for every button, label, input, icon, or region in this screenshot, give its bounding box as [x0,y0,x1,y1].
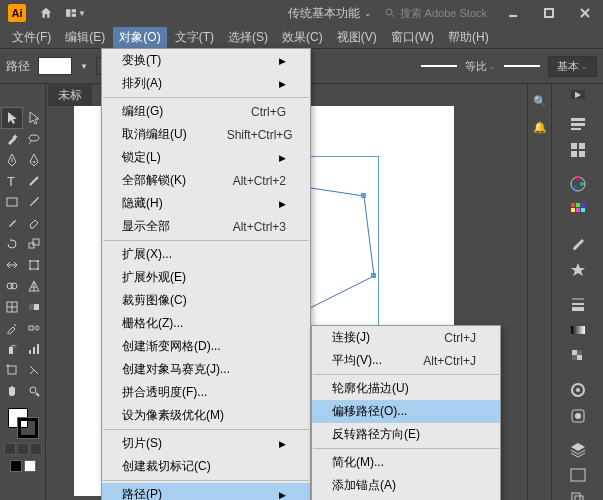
menu-view[interactable]: 视图(V) [331,27,383,48]
swatches-panel-icon[interactable] [566,201,590,219]
libraries-panel-icon[interactable] [566,141,590,159]
menu-item[interactable]: 轮廓化描边(U) [312,377,500,400]
type-tool[interactable]: T [2,171,22,191]
artboard-tool[interactable] [2,360,22,380]
gradient-panel-icon[interactable] [566,321,590,339]
menu-effect[interactable]: 效果(C) [276,27,329,48]
bell-icon[interactable]: 🔔 [531,118,549,136]
menu-item[interactable]: 扩展外观(E) [102,266,310,289]
direct-selection-tool[interactable] [24,108,44,128]
properties-panel-icon[interactable] [566,115,590,133]
close-button[interactable] [575,3,595,23]
menu-item[interactable]: 取消编组(U)Shift+Ctrl+G [102,123,310,146]
layers-panel-icon[interactable] [566,441,590,459]
asset-export-panel-icon[interactable] [566,467,590,483]
stroke-line[interactable] [504,65,540,67]
menu-item[interactable]: 拼合透明度(F)... [102,381,310,404]
menu-item[interactable]: 全部解锁(K)Alt+Ctrl+2 [102,169,310,192]
transparency-panel-icon[interactable] [566,347,590,365]
color-panel-icon[interactable] [566,175,590,193]
menu-select[interactable]: 选择(S) [222,27,274,48]
menu-item[interactable]: 添加锚点(A) [312,474,500,497]
document-tab[interactable]: 未标 [48,83,92,108]
menu-item[interactable]: 创建对象马赛克(J)... [102,358,310,381]
paintbrush-tool[interactable] [24,192,44,212]
artboards-panel-icon[interactable] [566,491,590,500]
color-mode-buttons[interactable] [4,443,42,455]
fill-stroke-selector[interactable] [8,408,38,438]
shape-builder-tool[interactable] [2,276,22,296]
menu-item[interactable]: 扩展(X)... [102,243,310,266]
free-transform-tool[interactable] [24,255,44,275]
menu-item[interactable]: 反转路径方向(E) [312,423,500,446]
menu-item[interactable]: 连接(J)Ctrl+J [312,326,500,349]
anchor-point[interactable] [361,193,366,198]
rotate-tool[interactable] [2,234,22,254]
menu-item[interactable]: 显示全部Alt+Ctrl+3 [102,215,310,238]
stock-search[interactable]: 搜索 Adobe Stock [384,6,487,21]
mesh-tool[interactable] [2,297,22,317]
menu-item[interactable]: 设为像素级优化(M) [102,404,310,427]
menubar: 文件(F) 编辑(E) 对象(O) 文字(T) 选择(S) 效果(C) 视图(V… [0,26,603,48]
menu-item[interactable]: 偏移路径(O)... [312,400,500,423]
symbol-sprayer-tool[interactable] [2,339,22,359]
basic-dropdown[interactable]: 基本⌄ [548,56,597,77]
brushes-panel-icon[interactable] [566,235,590,253]
svg-rect-36 [8,366,16,374]
screen-mode[interactable] [10,460,36,472]
hand-tool[interactable] [2,381,22,401]
menu-item[interactable]: 编组(G)Ctrl+G [102,100,310,123]
arrange-documents-icon[interactable]: ▼ [66,5,86,21]
zoom-tool[interactable] [24,381,44,401]
graph-tool[interactable] [24,339,44,359]
search-icon[interactable]: 🔍 [531,92,549,110]
menu-item[interactable]: 裁剪图像(C) [102,289,310,312]
menu-file[interactable]: 文件(F) [6,27,57,48]
menu-edit[interactable]: 编辑(E) [59,27,111,48]
graphic-styles-panel-icon[interactable] [566,407,590,425]
curvature-tool[interactable] [24,150,44,170]
magic-wand-tool[interactable] [2,129,22,149]
eyedropper-tool[interactable] [2,318,22,338]
line-tool[interactable] [24,171,44,191]
appearance-panel-icon[interactable] [566,381,590,399]
menu-item[interactable]: 隐藏(H)▶ [102,192,310,215]
scale-tool[interactable] [24,234,44,254]
collapse-dock-icon[interactable]: ▶ [571,90,585,99]
symbols-panel-icon[interactable] [566,261,590,279]
brush-preview[interactable] [421,65,457,67]
menu-item[interactable]: 切片(S)▶ [102,432,310,455]
menu-type[interactable]: 文字(T) [169,27,220,48]
menu-item[interactable]: 栅格化(Z)... [102,312,310,335]
stroke-panel-icon[interactable] [566,295,590,313]
menu-item[interactable]: 平均(V)...Alt+Ctrl+J [312,349,500,372]
menu-window[interactable]: 窗口(W) [385,27,440,48]
width-tool[interactable] [2,255,22,275]
menu-item[interactable]: 路径(P)▶ [102,483,310,500]
menu-object[interactable]: 对象(O) [113,27,166,48]
rectangle-tool[interactable] [2,192,22,212]
pen-tool[interactable] [2,150,22,170]
menu-item[interactable]: 创建渐变网格(D)... [102,335,310,358]
menu-item[interactable]: 简化(M)... [312,451,500,474]
fill-swatch[interactable] [38,57,72,75]
eraser-tool[interactable] [24,213,44,233]
menu-item[interactable]: 锁定(L)▶ [102,146,310,169]
blend-tool[interactable] [24,318,44,338]
selection-tool[interactable] [2,108,22,128]
menu-help[interactable]: 帮助(H) [442,27,495,48]
gradient-tool[interactable] [24,297,44,317]
minimize-button[interactable] [503,3,523,23]
maximize-button[interactable] [539,3,559,23]
menu-item[interactable]: 变换(T)▶ [102,49,310,72]
home-icon[interactable] [38,5,54,21]
menu-item[interactable]: 创建裁切标记(C) [102,455,310,478]
shaper-tool[interactable] [2,213,22,233]
lasso-tool[interactable] [24,129,44,149]
menu-item[interactable]: 排列(A)▶ [102,72,310,95]
workspace-switcher[interactable]: 传统基本功能⌄ [288,5,372,22]
anchor-point[interactable] [371,273,376,278]
slice-tool[interactable] [24,360,44,380]
stroke-profile-dropdown[interactable]: 等比⌄ [465,59,496,74]
perspective-tool[interactable] [24,276,44,296]
